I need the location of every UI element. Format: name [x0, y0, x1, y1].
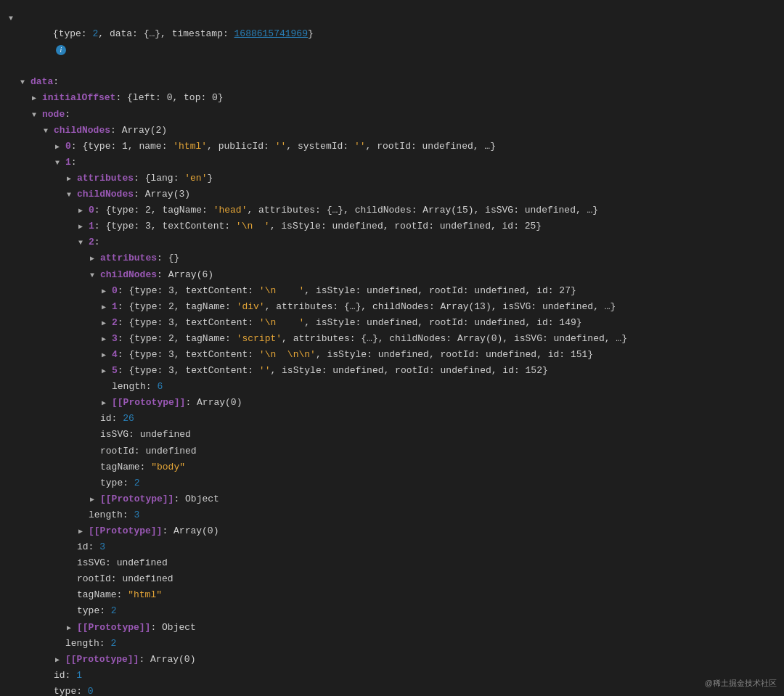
cn2-proto-toggle[interactable] [78, 523, 89, 539]
root-node-id-line: id: 1 [9, 668, 775, 684]
cn3-proto-toggle[interactable] [102, 395, 112, 411]
cn2-0-line: 0: {type: 2, tagName: 'head', attributes… [9, 202, 775, 218]
cn1-1-key: 1 [65, 155, 71, 171]
root-label: {type: 2, data: {…}, timestamp: 16886157… [19, 10, 314, 74]
data-key: data [30, 74, 53, 90]
cn2-length-key: length [89, 507, 123, 523]
cn1-length-key: length [65, 636, 99, 652]
node1-rootid-val: undefined [122, 571, 173, 587]
cn2-1-toggle[interactable] [78, 218, 89, 234]
childnodes-3-line: childNodes: Array(6) [9, 267, 775, 283]
node2-rootid-val: undefined [145, 443, 196, 459]
cn3-0-line: 0: {type: 3, textContent: '\n ', isStyle… [9, 283, 775, 299]
cn3-4-key: 4 [112, 347, 118, 363]
cn1-0-line: 0: {type: 1, name: 'html', publicId: '',… [9, 139, 775, 155]
node2-tagname-line: tagName: "body" [9, 459, 775, 475]
cn3-length-val: 6 [157, 379, 163, 395]
node1-id-val: 3 [99, 539, 105, 555]
node1-id-key: id [77, 539, 89, 555]
node2-proto-toggle[interactable] [90, 491, 100, 507]
data-toggle[interactable] [20, 74, 30, 90]
cn1-0-toggle[interactable] [55, 139, 65, 155]
cn3-3-line: 3: {type: 2, tagName: 'script', attribut… [9, 331, 775, 347]
watermark: @稀土掘金技术社区 [705, 678, 777, 689]
cn3-length-line: length: 6 [9, 379, 775, 395]
attr-2-toggle[interactable] [90, 250, 100, 266]
root-node-type-key: type [54, 684, 76, 696]
cn3-5-line: 5: {type: 3, textContent: '', isStyle: u… [9, 363, 775, 379]
cn3-1-line: 1: {type: 2, tagName: 'div', attributes:… [9, 299, 775, 315]
data-key-line: data: [9, 74, 775, 90]
cn2-proto-line: [[Prototype]]: Array(0) [9, 523, 775, 539]
info-icon[interactable]: i [56, 45, 66, 55]
node-toggle[interactable] [32, 107, 42, 123]
cn3-3-toggle[interactable] [102, 331, 112, 347]
root-line: {type: 2, data: {…}, timestamp: 16886157… [9, 10, 775, 74]
childnodes-1-toggle[interactable] [44, 123, 54, 139]
cn3-0-key: 0 [112, 283, 118, 299]
cn3-1-toggle[interactable] [102, 299, 112, 315]
attr-1-toggle[interactable] [67, 171, 77, 187]
node1-id-line: id: 3 [9, 539, 775, 555]
node2-issvg-key: isSVG [100, 427, 128, 443]
cn3-4-line: 4: {type: 3, textContent: '\n \n\n', isS… [9, 347, 775, 363]
cn1-proto-line: [[Prototype]]: Array(0) [9, 652, 775, 668]
root-node-id-val: 1 [76, 668, 82, 684]
childnodes-2-line: childNodes: Array(3) [9, 187, 775, 202]
attr-2-line: attributes: {} [9, 250, 775, 266]
cn3-4-toggle[interactable] [102, 347, 112, 363]
node2-issvg-line: isSVG: undefined [9, 427, 775, 443]
childnodes-1-key: childNodes [54, 123, 110, 139]
root-node-id-key: id [54, 668, 65, 684]
node-line: node: [9, 107, 775, 123]
cn3-2-toggle[interactable] [102, 315, 112, 331]
node2-tagname-key: tagName [100, 459, 140, 475]
initialoffset-key: initialOffset [42, 90, 115, 106]
devtools-tree: {type: 2, data: {…}, timestamp: 16886157… [0, 6, 784, 696]
node1-tagname-key: tagName [77, 587, 117, 603]
root-toggle[interactable] [9, 10, 19, 26]
cn2-1-line: 1: {type: 3, textContent: '\n ', isStyle… [9, 218, 775, 234]
cn3-2-key: 2 [112, 315, 118, 331]
cn2-0-toggle[interactable] [78, 202, 89, 218]
node1-proto-key: [[Prototype]] [77, 620, 150, 636]
node2-rootid-key: rootId [100, 443, 134, 459]
node2-type-line: type: 2 [9, 475, 775, 491]
cn2-length-line: length: 3 [9, 507, 775, 523]
cn3-2-line: 2: {type: 3, textContent: '\n ', isStyle… [9, 315, 775, 331]
node2-id-val: 26 [123, 411, 134, 427]
cn3-0-toggle[interactable] [102, 283, 112, 299]
cn3-5-key: 5 [112, 363, 118, 379]
node-key: node [42, 107, 65, 123]
root-timestamp-link[interactable]: 1688615741969 [234, 28, 308, 39]
node1-issvg-val: undefined [117, 555, 168, 571]
cn3-proto-key: [[Prototype]] [112, 395, 185, 411]
node2-tagname-val: "body" [151, 459, 185, 475]
cn1-0-key: 0 [65, 139, 71, 155]
node2-type-key: type [100, 475, 123, 491]
cn1-proto-key: [[Prototype]] [65, 652, 139, 668]
initialoffset-toggle[interactable] [32, 90, 42, 106]
attr-1-line: attributes: {lang: 'en'} [9, 171, 775, 187]
cn1-length-line: length: 2 [9, 636, 775, 652]
cn1-proto-toggle[interactable] [55, 652, 65, 668]
cn2-2-toggle[interactable] [78, 234, 89, 250]
childnodes-2-toggle[interactable] [67, 187, 77, 202]
cn2-proto-key: [[Prototype]] [89, 523, 162, 539]
cn3-1-key: 1 [112, 299, 118, 315]
node2-id-key: id [100, 411, 112, 427]
cn1-length-val: 2 [110, 636, 116, 652]
cn3-3-key: 3 [112, 331, 118, 347]
initialoffset-line: initialOffset: {left: 0, top: 0} [9, 90, 775, 106]
node2-type-val: 2 [134, 475, 140, 491]
node1-proto-toggle[interactable] [67, 620, 77, 636]
node1-tagname-val: "html" [128, 587, 162, 603]
cn3-5-toggle[interactable] [102, 363, 112, 379]
cn2-1-key: 1 [89, 218, 94, 234]
childnodes-2-key: childNodes [77, 187, 134, 202]
node2-proto-line: [[Prototype]]: Object [9, 491, 775, 507]
cn2-2-line: 2: [9, 234, 775, 250]
cn1-1-toggle[interactable] [55, 155, 65, 171]
cn1-1-line: 1: [9, 155, 775, 171]
childnodes-3-toggle[interactable] [90, 267, 100, 283]
